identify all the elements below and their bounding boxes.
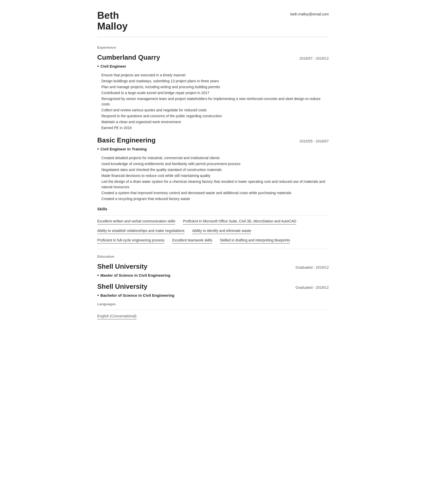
- degree-title-bachelors: Bachelor of Science in Civil Engineering: [100, 293, 174, 299]
- language-item: English (Conversational): [97, 313, 137, 319]
- list-item: Made financial decisions to reduce cost …: [101, 173, 329, 178]
- list-item: Created detailed projects for industrial…: [101, 155, 329, 161]
- skills-row-2: Ability to establish relationships and m…: [97, 228, 329, 236]
- first-name: Beth: [97, 10, 119, 21]
- skill-item: Excellent teamwork skills: [172, 238, 212, 244]
- skill-item: Ability to establish relationships and m…: [97, 228, 184, 234]
- list-item: Respond to the questions and concerns of…: [101, 113, 329, 119]
- bullet-icon-cumberland: •: [97, 63, 99, 70]
- candidate-email: beth.malloy@email.com: [290, 10, 329, 17]
- skill-item: Ability to identify and eliminate waste: [192, 228, 251, 234]
- list-item: Collect and review various quotes and ne…: [101, 107, 329, 113]
- skill-item: Proficient in full-cycle engineering pro…: [97, 238, 164, 244]
- candidate-name: Beth Malloy: [97, 10, 128, 32]
- entry-header-bachelors: Shell University Graduated - 2019/12: [97, 282, 329, 292]
- entry-date-basic: 2015/05 - 2016/07: [299, 139, 329, 144]
- job-title-cumberland: Civil Engineer: [100, 64, 126, 69]
- languages-section-label: Languages: [97, 302, 329, 307]
- skills-divider-top: [97, 215, 329, 215]
- job-title-basic: Civil Engineer in Training: [100, 146, 147, 152]
- list-item: Negotiated rates and checked the quality…: [101, 167, 329, 173]
- education-date-bachelors: Graduated - 2019/12: [296, 285, 329, 290]
- degree-row-masters: • Master of Science in Civil Engineering: [97, 272, 329, 279]
- skill-item: Skilled in drafting and interpreting blu…: [220, 238, 290, 244]
- bullets-cumberland: Ensure that projects are executed in a t…: [101, 73, 329, 131]
- company-name-basic: Basic Engineering: [97, 135, 156, 145]
- skill-item: Proficient in Microsoft Office Suite, Ci…: [183, 219, 296, 224]
- skill-item: Excellent written and verbal communicati…: [97, 219, 175, 224]
- languages-divider: [97, 310, 329, 310]
- skills-row-3: Proficient in full-cycle engineering pro…: [97, 238, 329, 246]
- list-item: Earned PE in 2019: [101, 125, 329, 131]
- entry-header-basic: Basic Engineering 2015/05 - 2016/07: [97, 135, 329, 145]
- languages-list: English (Conversational): [97, 313, 329, 319]
- bullet-icon-masters: •: [97, 272, 99, 279]
- list-item: Created a system that improved inventory…: [101, 190, 329, 196]
- degree-row-bachelors: • Bachelor of Science in Civil Engineeri…: [97, 292, 329, 299]
- experience-section-label: Experience: [97, 45, 329, 50]
- last-name: Malloy: [97, 21, 128, 32]
- education-entry-masters: Shell University Graduated - 2019/12 • M…: [97, 262, 329, 279]
- education-date-masters: Graduated - 2019/12: [296, 265, 329, 270]
- school-name-bachelors: Shell University: [97, 282, 147, 292]
- bullet-icon-bachelors: •: [97, 292, 99, 299]
- school-name-masters: Shell University: [97, 262, 147, 272]
- list-item: Created a recycling program that reduced…: [101, 196, 329, 202]
- skills-divider-bottom: [97, 249, 329, 249]
- skills-label: Skills: [97, 206, 329, 212]
- company-name-cumberland: Cumberland Quarry: [97, 52, 160, 62]
- skills-section: Skills Excellent written and verbal comm…: [97, 206, 329, 249]
- list-item: Contributed to a large-scale tunnel and …: [101, 90, 329, 96]
- list-item: Plan and manage projects, including writ…: [101, 84, 329, 90]
- title-row-cumberland: • Civil Engineer: [97, 63, 329, 70]
- entry-header-cumberland: Cumberland Quarry 2016/07 - 2019/12: [97, 52, 329, 62]
- title-row-basic: • Civil Engineer in Training: [97, 146, 329, 153]
- list-item: Used knowledge of zoning entitlements an…: [101, 161, 329, 167]
- experience-entry-basic: Basic Engineering 2015/05 - 2016/07 • Ci…: [97, 135, 329, 202]
- experience-entry-cumberland: Cumberland Quarry 2016/07 - 2019/12 • Ci…: [97, 52, 329, 131]
- education-section-label: Education: [97, 254, 329, 259]
- bullet-icon-basic: •: [97, 146, 99, 153]
- bullets-basic: Created detailed projects for industrial…: [101, 155, 329, 202]
- list-item: Maintain a clean and organized work envi…: [101, 119, 329, 125]
- resume-header: Beth Malloy beth.malloy@email.com: [97, 10, 329, 37]
- degree-title-masters: Master of Science in Civil Engineering: [100, 273, 170, 278]
- skills-row-1: Excellent written and verbal communicati…: [97, 219, 329, 227]
- education-entry-bachelors: Shell University Graduated - 2019/12 • B…: [97, 282, 329, 299]
- list-item: Design buildings and roadways, submittin…: [101, 78, 329, 84]
- list-item: Recognized by senior management team and…: [101, 96, 329, 107]
- list-item: Led the design of a drain water system f…: [101, 179, 329, 190]
- entry-date-cumberland: 2016/07 - 2019/12: [299, 56, 329, 61]
- list-item: Ensure that projects are executed in a t…: [101, 73, 329, 78]
- entry-header-masters: Shell University Graduated - 2019/12: [97, 262, 329, 272]
